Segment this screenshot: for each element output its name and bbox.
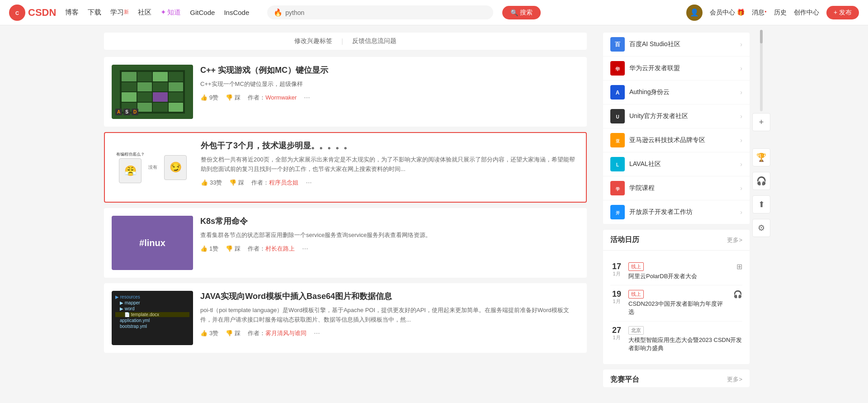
nav-inscode[interactable]: InsCode [224,9,249,16]
meme-thumb: 有编程功底么？ 😤 没有 😏 [112,140,193,194]
partner-item-huawei[interactable]: 华 华为云开发者联盟 › [603,57,750,81]
activity-item[interactable]: 17 1月 线上 阿里云PolarDB开发者大会 ⊞ [610,258,742,285]
feedback-link[interactable]: 反馈信息流问题 [352,37,396,45]
dislike-button[interactable]: 👎 踩 [229,179,244,187]
partner-item-unity[interactable]: U Unity官方开发者社区 › [603,104,750,128]
like-button[interactable]: 👍 1赞 [200,245,218,253]
svg-text:开: 开 [615,211,620,215]
more-button[interactable]: ··· [314,329,320,337]
partner-item-openatom[interactable]: 开 开放原子开发者工作坊 › [603,200,750,224]
article-thumbnail: ▶ resources ▶ mapper ▶ word 📄 template.d… [112,291,193,345]
nav-learn[interactable]: 学习新 [110,8,129,17]
chevron-right-icon: › [740,137,742,144]
author-label: 作者：雾月清风与谁同 [248,329,307,337]
fire-icon: 🔥 [274,8,283,17]
activity-item[interactable]: 19 1月 线上 CSDN2023中国开发者影响力年度评选 🎧 [610,285,742,321]
key-badge-d: D [132,109,138,115]
article-title[interactable]: JAVA实现向Word模板中插入Base64图片和数据信息 [200,291,579,302]
author-link[interactable]: Wormwaker [265,94,297,101]
activity-info: 线上 CSDN2023中国开发者影响力年度评选 [628,290,728,316]
nav-gitcode[interactable]: GitCode [190,9,215,16]
activity-item[interactable]: 27 1月 北京 大模型智能应用生态大会暨2023 CSDN开发者影响力盛典 [610,322,742,357]
more-button[interactable]: ··· [306,179,311,187]
search-bar: 🔥 [267,5,493,19]
meme-face-1: 😤 [119,158,142,183]
key-overlay: A S D [115,109,138,115]
article-card[interactable]: #linux K8s常用命令 查看集群各节点的状态部署应用删除一个service… [104,208,587,278]
nav-notification[interactable]: 消息● [752,9,767,17]
linux-thumb: #linux [112,216,193,270]
author-label: 作者：村长在路上 [248,245,295,253]
partner-logo-authing: A [610,85,625,100]
activity-date: 17 1月 [610,262,623,277]
qr-code-icon[interactable]: ⊞ [736,262,742,271]
article-desc: poi-tl（poi template language）是Word模板引擎，基… [200,306,579,325]
partner-item-amazon[interactable]: 亚 亚马逊云科技技术品牌专区 › [603,128,750,152]
key-badge-s: S [123,109,130,115]
partner-logo-huawei: 华 [610,61,625,76]
article-info: 外包干了3个月，技术退步明显。。。。。 整份文档一共有将近200页，全部为大家展… [201,140,579,194]
search-button[interactable]: 🔍 搜索 [502,6,541,19]
article-meta: 👍 9赞 👎 踩 作者：Wormwaker ··· [200,94,579,102]
dislike-button[interactable]: 👎 踩 [226,329,241,337]
nav-download[interactable]: 下载 [88,8,101,17]
scroll-top-icon[interactable]: ⬆ [752,195,770,213]
activity-section: 活动日历 更多> 17 1月 线上 阿里云PolarDB开发者大会 ⊞ [603,230,750,364]
nav-community[interactable]: 社区 [138,8,151,17]
activity-more-link[interactable]: 更多> [727,236,742,244]
like-button[interactable]: 👍 9赞 [200,94,218,102]
more-button[interactable]: ··· [302,245,308,253]
modify-tags-link[interactable]: 修改兴趣标签 [294,37,332,45]
partner-item-laval[interactable]: L LAVAL社区 › [603,152,750,176]
article-thumbnail: A S D [112,65,193,119]
svg-text:亚: 亚 [616,139,620,143]
code-thumb: ▶ resources ▶ mapper ▶ word 📄 template.d… [112,291,193,345]
partner-item-academy[interactable]: 学 学院课程 › [603,176,750,200]
trophy-icon[interactable]: 🏆 [752,148,770,166]
article-title[interactable]: 外包干了3个月，技术退步明显。。。。。 [201,140,579,152]
activity-month: 1月 [610,298,623,305]
activity-day: 19 [610,290,623,298]
like-button[interactable]: 👍 33赞 [201,179,222,187]
author-link[interactable]: 雾月清风与谁同 [265,330,307,337]
nav-blog[interactable]: 博客 [65,8,79,17]
author-link[interactable]: 村长在路上 [265,245,295,252]
svg-text:L: L [616,162,619,167]
avatar[interactable]: 👤 [686,5,703,21]
activity-list: 17 1月 线上 阿里云PolarDB开发者大会 ⊞ 19 1月 线 [603,251,750,364]
settings-icon[interactable]: ⚙ [752,219,770,237]
article-card[interactable]: ▶ resources ▶ mapper ▶ word 📄 template.d… [104,283,587,353]
logo-text: CSDN [28,7,56,19]
competition-header: 竞赛平台 更多> [603,370,750,387]
logo[interactable]: C CSDN [9,5,56,21]
competition-more-link[interactable]: 更多> [727,375,742,384]
nav-member[interactable]: 会员中心 🎁 [710,9,745,17]
partner-item-authing[interactable]: A Authing身份云 › [603,81,750,104]
headset-icon[interactable]: 🎧 [752,172,770,190]
scrollbar-track[interactable] [760,30,763,111]
dislike-button[interactable]: 👎 踩 [226,94,241,102]
activity-type-badge: 北京 [628,326,644,335]
search-input[interactable] [285,9,487,16]
like-button[interactable]: 👍 3赞 [200,329,218,337]
partner-item-baidu[interactable]: 百 百度AI Studio社区 › [603,33,750,57]
article-title[interactable]: K8s常用命令 [200,216,579,227]
content-area: 修改兴趣标签 | 反馈信息流问题 [95,25,596,400]
nav-history[interactable]: 历史 [774,9,787,17]
nav-creation[interactable]: 创作中心 [794,9,819,17]
svg-text:学: 学 [616,187,620,191]
add-button[interactable]: + [752,113,770,131]
more-button[interactable]: ··· [304,94,310,102]
nav-zhidao[interactable]: ✦知道 [160,8,181,17]
author-link[interactable]: 程序员念姐 [269,179,298,186]
competition-section: 竞赛平台 更多> [603,370,750,387]
article-card[interactable]: A S D C++ 实现游戏（例如MC）键位显示 C++实现一个MC的键位显示，… [104,57,587,127]
publish-button[interactable]: + 发布 [826,6,859,19]
headset-icon[interactable]: 🎧 [733,290,742,299]
partner-left: 亚 亚马逊云科技技术品牌专区 [610,133,705,147]
article-title[interactable]: C++ 实现游戏（例如MC）键位显示 [200,65,579,76]
article-card-highlighted[interactable]: 有编程功底么？ 😤 没有 😏 外包干了3个月，技术退步明显。。。。。 整份文档一… [104,132,587,203]
dislike-button[interactable]: 👎 踩 [226,245,241,253]
meme-left: 有编程功底么？ 😤 [114,152,146,183]
article-info: JAVA实现向Word模板中插入Base64图片和数据信息 poi-tl（poi… [200,291,579,345]
